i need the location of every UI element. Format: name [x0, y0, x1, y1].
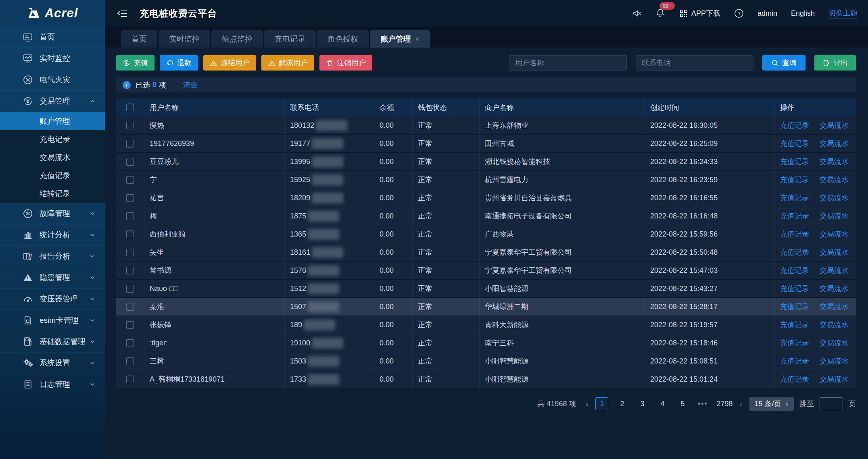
row-checkbox[interactable]: [126, 376, 134, 383]
row-checkbox[interactable]: [126, 357, 134, 365]
sidebar-item-log-management[interactable]: 日志管理: [0, 374, 105, 395]
recharge-records-link[interactable]: 充值记录: [780, 157, 809, 166]
recharge-records-link[interactable]: 充值记录: [780, 193, 809, 203]
transaction-flow-link[interactable]: 交易流水: [820, 247, 849, 257]
sidebar-item-recharge-records[interactable]: 充值记录: [0, 166, 105, 185]
sidebar-item-transaction[interactable]: 交易管理: [0, 91, 105, 112]
row-checkbox[interactable]: [126, 122, 134, 129]
sidebar-item-system-settings[interactable]: 系统设置: [0, 353, 105, 374]
recharge-records-link[interactable]: 充值记录: [780, 120, 809, 130]
search-button[interactable]: 查询: [762, 55, 805, 71]
recharge-records-link[interactable]: 充值记录: [780, 320, 809, 330]
app-download-button[interactable]: APP下载: [679, 8, 720, 18]
sidebar-item-realtime-monitor[interactable]: 实时监控: [0, 48, 105, 69]
page-number[interactable]: 5: [676, 397, 689, 410]
sidebar-item-transformer-management[interactable]: 变压器管理: [0, 289, 105, 310]
recharge-records-link[interactable]: 充值记录: [780, 284, 809, 293]
row-checkbox[interactable]: [126, 212, 134, 220]
tab-0[interactable]: 首页: [121, 30, 157, 48]
row-checkbox[interactable]: [126, 158, 134, 166]
jump-page-input[interactable]: [820, 397, 843, 410]
refund-button[interactable]: 退款: [160, 55, 198, 71]
tab-4[interactable]: 角色授权: [317, 30, 369, 48]
transaction-flow-link[interactable]: 交易流水: [820, 320, 849, 330]
transaction-flow-link[interactable]: 交易流水: [820, 211, 849, 221]
recharge-records-link[interactable]: 充值记录: [780, 266, 809, 275]
username[interactable]: admin: [757, 9, 777, 18]
help-icon[interactable]: ?: [734, 8, 744, 18]
sidebar-item-base-data-management[interactable]: 基础数据管理: [0, 331, 105, 353]
language-switch[interactable]: English: [791, 9, 815, 18]
recharge-records-link[interactable]: 充值记录: [780, 356, 809, 366]
row-checkbox[interactable]: [126, 321, 134, 329]
recharge-records-link[interactable]: 充值记录: [780, 211, 809, 221]
transaction-flow-link[interactable]: 交易流水: [820, 120, 849, 130]
sidebar-item-transaction-flow[interactable]: 交易流水: [0, 148, 105, 166]
sidebar-item-hazard-management[interactable]: 隐患管理: [0, 267, 105, 289]
recharge-button[interactable]: 充值: [116, 55, 154, 71]
prev-page-button[interactable]: ‹: [584, 400, 590, 408]
row-checkbox[interactable]: [126, 339, 134, 347]
recharge-records-link[interactable]: 充值记录: [780, 247, 809, 257]
row-checkbox[interactable]: [126, 285, 134, 293]
page-size-select[interactable]: 15 条/页 ∨: [749, 397, 794, 411]
sidebar-item-home[interactable]: 首页: [0, 27, 105, 48]
tab-2[interactable]: 站点监控: [211, 30, 263, 48]
sidebar-item-report-analysis[interactable]: 报告分析: [0, 246, 105, 267]
sidebar-collapse-icon[interactable]: [117, 8, 128, 19]
sidebar-item-electric-fire[interactable]: 电气火灾: [0, 69, 105, 91]
unfreeze-user-button[interactable]: 解冻用户: [261, 55, 314, 71]
sidebar-item-esim-management[interactable]: esim卡管理: [0, 310, 105, 331]
phone-filter-input[interactable]: [636, 55, 753, 71]
recharge-records-link[interactable]: 充值记录: [780, 302, 809, 312]
select-all-checkbox[interactable]: [126, 104, 134, 111]
recharge-records-link[interactable]: 充值记录: [780, 175, 809, 185]
username-filter-input[interactable]: [509, 55, 627, 71]
row-checkbox[interactable]: [126, 249, 134, 256]
page-number[interactable]: 1: [595, 397, 608, 410]
recharge-records-link[interactable]: 充值记录: [780, 374, 809, 384]
row-checkbox[interactable]: [126, 194, 134, 202]
page-number[interactable]: 2: [616, 397, 628, 410]
row-checkbox[interactable]: [126, 176, 134, 184]
deactivate-user-button[interactable]: 注销用户: [319, 55, 372, 71]
phone-prefix: 15925: [290, 176, 310, 184]
notification-bell[interactable]: 99+: [655, 8, 665, 19]
sidebar-item-carryover-records[interactable]: 结转记录: [0, 185, 105, 203]
recharge-records-link[interactable]: 充值记录: [780, 229, 809, 239]
sidebar-item-account-management[interactable]: 账户管理: [0, 112, 105, 130]
sidebar-item-fault-management[interactable]: 故障管理: [0, 203, 105, 224]
recharge-records-link[interactable]: 充值记录: [780, 338, 809, 348]
tab-3[interactable]: 充电记录: [264, 30, 316, 48]
freeze-user-button[interactable]: 冻结用户: [203, 55, 256, 71]
next-page-button[interactable]: ›: [738, 400, 744, 408]
tab-5[interactable]: 账户管理×: [370, 30, 430, 48]
transaction-flow-link[interactable]: 交易流水: [820, 229, 849, 239]
sidebar-item-statistics[interactable]: 统计分析: [0, 224, 105, 246]
row-checkbox[interactable]: [126, 267, 134, 274]
transaction-flow-link[interactable]: 交易流水: [820, 374, 849, 384]
transaction-flow-link[interactable]: 交易流水: [820, 139, 849, 148]
tab-1[interactable]: 实时监控: [159, 30, 210, 48]
transaction-flow-link[interactable]: 交易流水: [820, 284, 849, 293]
row-checkbox[interactable]: [126, 231, 134, 238]
tab-close-icon[interactable]: ×: [415, 35, 419, 44]
page-number[interactable]: 4: [656, 397, 669, 410]
mute-icon[interactable]: [632, 8, 642, 18]
transaction-flow-link[interactable]: 交易流水: [820, 193, 849, 203]
row-checkbox[interactable]: [126, 140, 134, 147]
transaction-flow-link[interactable]: 交易流水: [820, 338, 849, 348]
transaction-flow-link[interactable]: 交易流水: [820, 356, 849, 366]
clear-selection-link[interactable]: 清空: [183, 80, 198, 90]
page-number[interactable]: 2798: [716, 397, 732, 410]
row-checkbox[interactable]: [126, 303, 134, 311]
recharge-records-link[interactable]: 充值记录: [780, 139, 809, 148]
transaction-flow-link[interactable]: 交易流水: [820, 157, 849, 166]
transaction-flow-link[interactable]: 交易流水: [820, 266, 849, 275]
page-number[interactable]: 3: [636, 397, 649, 410]
theme-switch-link[interactable]: 切换主题: [828, 8, 858, 19]
transaction-flow-link[interactable]: 交易流水: [820, 175, 849, 185]
transaction-flow-link[interactable]: 交易流水: [820, 302, 849, 312]
export-button[interactable]: 导出: [814, 55, 856, 71]
sidebar-item-charging-records[interactable]: 充电记录: [0, 130, 105, 148]
